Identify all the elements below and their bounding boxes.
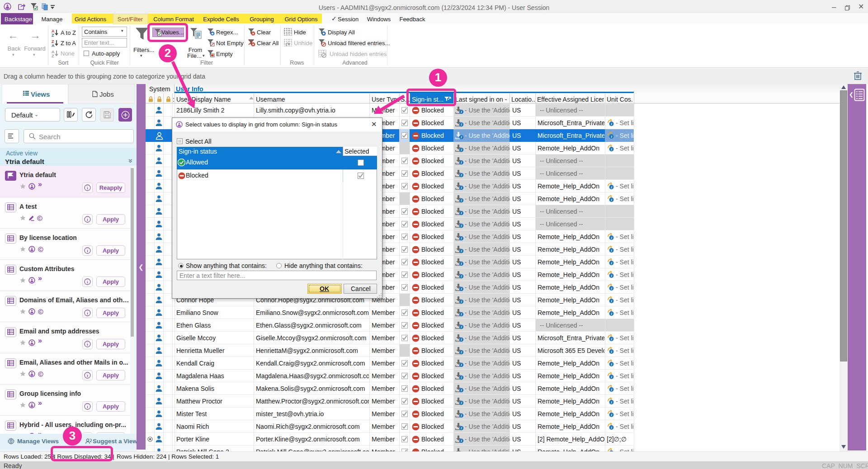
svg-text:A: A bbox=[52, 43, 55, 47]
svg-text:Z: Z bbox=[52, 54, 54, 57]
svg-text:Z: Z bbox=[52, 33, 54, 37]
